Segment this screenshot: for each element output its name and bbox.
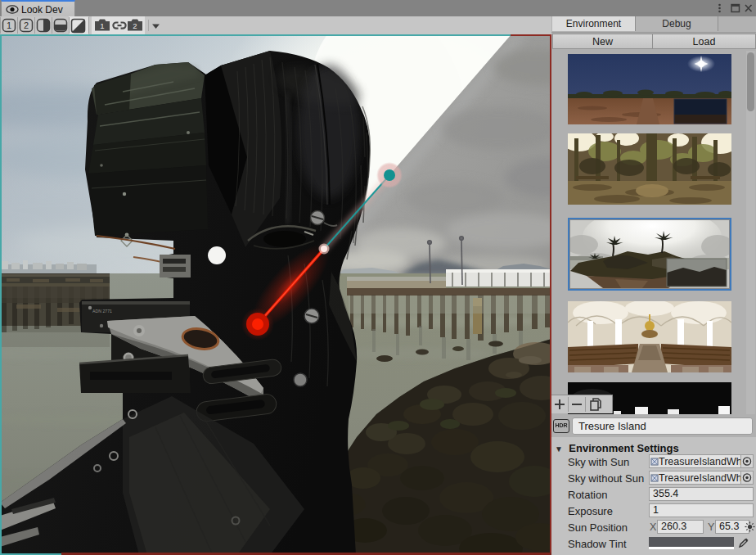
svg-text:ADN 2771: ADN 2771 — [92, 309, 112, 314]
svg-text:1: 1 — [7, 20, 11, 30]
svg-text:2: 2 — [133, 21, 137, 30]
svg-text:1: 1 — [100, 21, 104, 30]
svg-text:2: 2 — [24, 20, 29, 30]
